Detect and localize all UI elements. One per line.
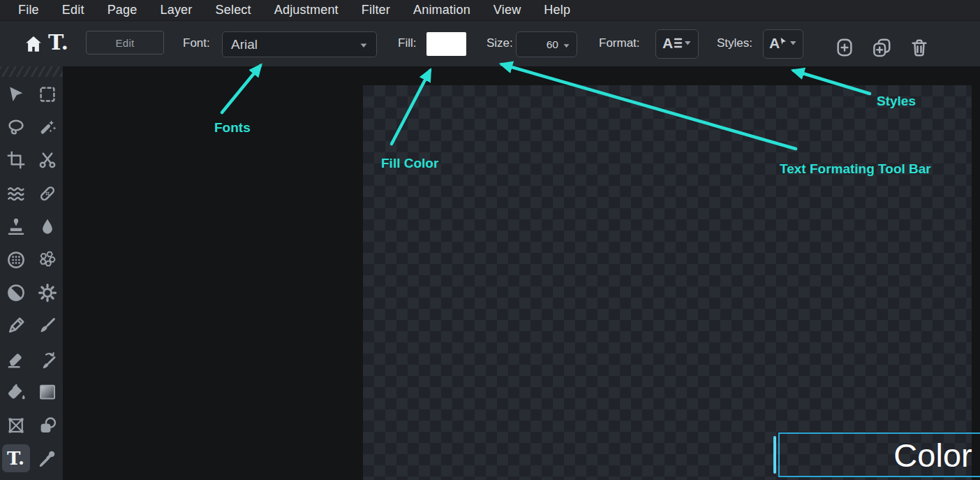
tool-liquify[interactable] xyxy=(2,180,30,208)
fill-color-swatch[interactable] xyxy=(426,32,466,56)
tool-heal[interactable] xyxy=(34,180,61,208)
eraser-icon xyxy=(6,349,27,370)
sidebar-hatch-strip xyxy=(0,66,63,77)
text-styles-icon: A xyxy=(769,33,798,55)
tool-transform-frame[interactable] xyxy=(2,412,30,439)
styles-label: Styles: xyxy=(717,36,752,50)
chevron-down-icon xyxy=(359,38,368,51)
tool-pen[interactable] xyxy=(2,312,30,340)
tool-halftone[interactable] xyxy=(2,246,30,274)
tool-eraser[interactable] xyxy=(2,345,30,373)
menu-bar: FileEditPageLayerSelectAdjustmentFilterA… xyxy=(0,0,980,21)
tool-smudge-brush[interactable] xyxy=(34,345,61,373)
format-dropdown-button[interactable]: A xyxy=(655,29,699,59)
fill-bucket-icon xyxy=(6,381,27,402)
heal-icon xyxy=(37,183,58,204)
menu-item-file[interactable]: File xyxy=(18,3,39,17)
font-size-value: 60 xyxy=(547,38,558,51)
tool-lasso[interactable] xyxy=(2,113,30,141)
tool-scissors[interactable] xyxy=(34,146,61,174)
font-label: Font: xyxy=(183,36,210,50)
text-format-icon: A xyxy=(662,33,692,55)
sharpen-icon xyxy=(37,282,58,303)
menu-item-help[interactable]: Help xyxy=(544,3,570,17)
halftone-icon xyxy=(6,249,27,270)
text-layer[interactable]: Color Chaging text xyxy=(893,439,980,472)
menu-item-page[interactable]: Page xyxy=(107,3,138,17)
font-value: Arial xyxy=(231,37,258,52)
format-label: Format: xyxy=(599,36,640,50)
text-tool-indicator: T. xyxy=(48,31,68,54)
tool-magic-wand[interactable] xyxy=(34,113,61,141)
tool-sidebar: T. xyxy=(0,66,63,480)
liquify-icon xyxy=(6,183,27,204)
tone-icon xyxy=(6,282,27,303)
blur-drop-icon xyxy=(37,216,58,237)
text-tool-options-bar: T. Edit Font: Arial Fill: Size: 60 Forma… xyxy=(0,21,980,66)
trash-icon[interactable] xyxy=(909,37,930,61)
pixelate-icon xyxy=(37,249,58,270)
menu-item-animation[interactable]: Animation xyxy=(413,3,470,17)
edit-button[interactable]: Edit xyxy=(86,31,164,54)
menu-item-filter[interactable]: Filter xyxy=(362,3,390,17)
smudge-brush-icon xyxy=(37,349,58,370)
tool-tone[interactable] xyxy=(2,279,30,307)
tool-marquee-select[interactable] xyxy=(34,80,61,108)
transform-frame-icon xyxy=(6,415,27,436)
text-tool-icon: T. xyxy=(7,449,24,467)
left-edge-handle[interactable] xyxy=(773,436,776,474)
svg-text:A: A xyxy=(662,35,673,51)
menu-item-adjustment[interactable]: Adjustment xyxy=(274,3,339,17)
clone-stamp-icon xyxy=(6,216,27,237)
canvas[interactable]: Color Chaging text xyxy=(363,85,972,480)
tool-sharpen[interactable] xyxy=(34,279,61,307)
duplicate-icon[interactable] xyxy=(871,37,892,61)
magic-wand-icon xyxy=(37,117,58,138)
tool-shape[interactable] xyxy=(34,412,61,439)
menu-item-edit[interactable]: Edit xyxy=(62,3,84,17)
menu-item-layer[interactable]: Layer xyxy=(160,3,192,17)
eyedropper-icon xyxy=(37,448,58,469)
home-icon xyxy=(23,45,44,57)
svg-text:A: A xyxy=(769,35,780,51)
tool-crop[interactable] xyxy=(2,146,30,174)
text-selection-box[interactable]: Color Chaging text xyxy=(778,432,980,477)
brush-icon xyxy=(37,315,58,336)
tool-brush[interactable] xyxy=(34,312,61,340)
tool-fill-bucket[interactable] xyxy=(2,378,30,406)
tool-pixelate[interactable] xyxy=(34,246,61,274)
move-icon xyxy=(6,84,27,105)
marquee-select-icon xyxy=(37,84,58,105)
tool-clone-stamp[interactable] xyxy=(2,212,30,240)
add-icon xyxy=(834,48,855,60)
font-size-select[interactable]: 60 xyxy=(516,31,577,57)
menu-item-view[interactable]: View xyxy=(493,3,521,17)
lasso-icon xyxy=(6,117,27,138)
gradient-icon xyxy=(37,381,58,402)
font-select[interactable]: Arial xyxy=(222,31,377,57)
add-text-button[interactable] xyxy=(834,37,855,61)
styles-dropdown-button[interactable]: A xyxy=(763,29,803,59)
home-button[interactable] xyxy=(23,34,44,54)
tool-text[interactable]: T. xyxy=(2,444,30,472)
shape-icon xyxy=(37,415,58,436)
scissors-icon xyxy=(37,150,58,170)
pen-icon xyxy=(6,315,27,336)
chevron-down-icon xyxy=(563,38,570,51)
crop-icon xyxy=(6,150,27,170)
tool-gradient[interactable] xyxy=(34,378,61,406)
tool-grid: T. xyxy=(0,77,63,475)
menu-item-select[interactable]: Select xyxy=(216,3,251,17)
tool-move[interactable] xyxy=(2,80,30,108)
tool-blur-drop[interactable] xyxy=(34,212,61,240)
tool-eyedropper[interactable] xyxy=(34,444,61,472)
size-label: Size: xyxy=(487,36,513,50)
fill-label: Fill: xyxy=(398,36,416,50)
